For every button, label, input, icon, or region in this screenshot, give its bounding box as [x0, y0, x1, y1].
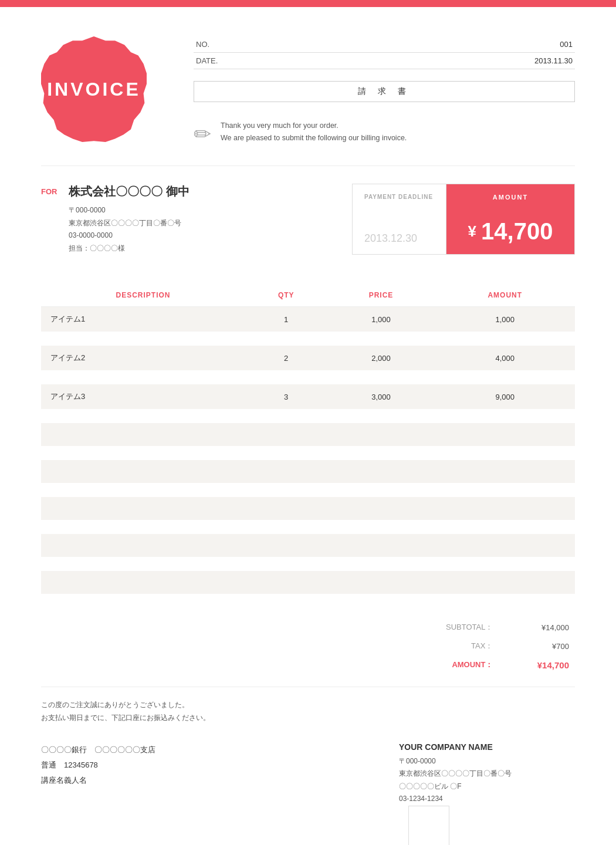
thank-you-text: Thank you very much for your order. We a…	[221, 120, 407, 145]
empty-row	[41, 534, 575, 557]
company-contact: 担当：〇〇〇〇様	[69, 242, 189, 255]
footer-note-section: この度のご注文誠にありがとうございました。 お支払い期日までに、下記口座にお振込…	[0, 687, 616, 742]
total-amount-row: AMOUNT： ¥14,700	[400, 656, 574, 674]
company-phone: 03-0000-0000	[69, 229, 189, 242]
col-price: PRICE	[327, 284, 435, 307]
footer-note-line1: この度のご注文誠にありがとうございました。	[41, 699, 575, 712]
account-type: 普通 12345678	[41, 758, 155, 773]
col-description: DESCRIPTION	[41, 284, 245, 307]
subtotal-row: SUBTOTAL： ¥14,000	[400, 618, 574, 636]
table-row: アイテム1 1 1,000 1,000	[41, 307, 575, 332]
date-value: 2013.11.30	[241, 53, 575, 69]
for-company: 株式会社〇〇〇〇 御中 〒000-0000 東京都渋谷区〇〇〇〇丁目〇番〇号 0…	[69, 184, 189, 255]
empty-desc	[41, 571, 245, 594]
seikyusho-text: 請 求 書	[358, 86, 411, 96]
footer-company-postal: 〒000-0000	[399, 755, 575, 768]
date-label: DATE.	[194, 53, 241, 69]
footer-company-building: 〇〇〇〇〇ビル 〇F	[399, 780, 575, 793]
item-description: アイテム3	[41, 384, 245, 409]
item-price: 1,000	[327, 307, 435, 332]
no-label: NO.	[194, 36, 241, 53]
badge-shape: INVOICE	[41, 36, 147, 142]
tax-row: TAX： ¥700	[400, 637, 574, 655]
table-row: アイテム3 3 3,000 9,000	[41, 384, 575, 409]
meta-table: NO. 001 DATE. 2013.11.30	[194, 36, 575, 69]
for-label: FOR	[41, 187, 57, 196]
bank-info: 〇〇〇〇銀行 〇〇〇〇〇〇支店 普通 12345678 講座名義人名	[41, 742, 155, 788]
tax-label: TAX：	[400, 637, 505, 655]
col-amount: AMOUNT	[435, 284, 575, 307]
header-section: INVOICE NO. 001 DATE. 2013.11.30 請 求 書 ✏…	[0, 7, 616, 165]
table-header-row: DESCRIPTION QTY PRICE AMOUNT	[41, 284, 575, 307]
meta-row-no: NO. 001	[194, 36, 575, 53]
amount-number: 14,700	[481, 218, 553, 245]
tax-value: ¥700	[506, 637, 574, 655]
total-amount-value: ¥14,700	[506, 656, 574, 674]
header-right: NO. 001 DATE. 2013.11.30 請 求 書 ✏ Thank y…	[194, 31, 575, 147]
item-description: アイテム1	[41, 307, 245, 332]
item-amount: 9,000	[435, 384, 575, 409]
empty-row	[41, 423, 575, 446]
col-qty: QTY	[245, 284, 327, 307]
payment-amount-box: PAYMENT DEADLINE 2013.12.30 AMOUNT ¥ 14,…	[352, 184, 575, 255]
seikyusho-box: 請 求 書	[194, 81, 575, 102]
pencil-icon: ✏	[194, 122, 211, 147]
invoice-badge: INVOICE	[41, 31, 158, 148]
company-postal: 〒000-0000	[69, 204, 189, 217]
item-amount: 4,000	[435, 346, 575, 370]
item-price: 3,000	[327, 384, 435, 409]
empty-desc	[41, 497, 245, 520]
item-description: アイテム2	[41, 346, 245, 370]
company-name: 株式会社〇〇〇〇 御中	[69, 184, 189, 200]
company-info-box: YOUR COMPANY NAME 〒000-0000 東京都渋谷区〇〇〇〇丁目…	[399, 742, 575, 845]
amount-yen-symbol: ¥	[468, 222, 476, 241]
thank-you-line2: We are pleased to submit the following o…	[221, 132, 407, 144]
item-qty: 1	[245, 307, 327, 332]
footer-company-address: 東京都渋谷区〇〇〇〇丁目〇番〇号	[399, 768, 575, 780]
thank-you-section: ✏ Thank you very much for your order. We…	[194, 120, 575, 147]
footer-company-section: 〇〇〇〇銀行 〇〇〇〇〇〇支店 普通 12345678 講座名義人名 YOUR …	[0, 742, 616, 845]
company-stamp-area	[408, 806, 449, 845]
empty-desc	[41, 423, 245, 446]
subtotal-value: ¥14,000	[506, 618, 574, 636]
table-row: アイテム2 2 2,000 4,000	[41, 346, 575, 370]
empty-desc	[41, 460, 245, 483]
billing-section: FOR 株式会社〇〇〇〇 御中 〒000-0000 東京都渋谷区〇〇〇〇丁目〇番…	[0, 166, 616, 272]
totals-table: SUBTOTAL： ¥14,000 TAX： ¥700 AMOUNT： ¥14,…	[399, 617, 575, 675]
badge-text: INVOICE	[47, 79, 141, 100]
no-value: 001	[241, 36, 575, 53]
company-address: 東京都渋谷区〇〇〇〇丁目〇番〇号	[69, 217, 189, 230]
empty-row	[41, 497, 575, 520]
subtotal-label: SUBTOTAL：	[400, 618, 505, 636]
item-qty: 3	[245, 384, 327, 409]
item-amount: 1,000	[435, 307, 575, 332]
payment-deadline-label: PAYMENT DEADLINE	[364, 194, 434, 200]
footer-note-text: この度のご注文誠にありがとうございました。 お支払い期日までに、下記口座にお振込…	[41, 699, 575, 724]
item-price: 2,000	[327, 346, 435, 370]
for-section: FOR 株式会社〇〇〇〇 御中 〒000-0000 東京都渋谷区〇〇〇〇丁目〇番…	[41, 184, 352, 255]
items-table: DESCRIPTION QTY PRICE AMOUNT アイテム1 1 1,0…	[41, 284, 575, 594]
amount-box: AMOUNT ¥ 14,700	[446, 184, 574, 254]
thank-you-line1: Thank you very much for your order.	[221, 120, 407, 132]
footer-company-phone: 03-1234-1234	[399, 793, 575, 806]
amount-value: ¥ 14,700	[461, 218, 560, 245]
footer-note-line2: お支払い期日までに、下記口座にお振込みください。	[41, 712, 575, 725]
meta-row-date: DATE. 2013.11.30	[194, 53, 575, 69]
company-details: 〒000-0000 東京都渋谷区〇〇〇〇丁目〇番〇号 03-0000-0000 …	[69, 204, 189, 255]
total-amount-label: AMOUNT：	[400, 656, 505, 674]
top-bar	[0, 0, 616, 7]
amount-label: AMOUNT	[461, 194, 560, 201]
empty-row	[41, 460, 575, 483]
items-section: DESCRIPTION QTY PRICE AMOUNT アイテム1 1 1,0…	[0, 272, 616, 606]
empty-desc	[41, 534, 245, 557]
empty-row	[41, 571, 575, 594]
bank-name: 〇〇〇〇銀行 〇〇〇〇〇〇支店	[41, 742, 155, 758]
item-qty: 2	[245, 346, 327, 370]
company-info-details: 〒000-0000 東京都渋谷区〇〇〇〇丁目〇番〇号 〇〇〇〇〇ビル 〇F 03…	[399, 755, 575, 806]
account-holder: 講座名義人名	[41, 773, 155, 788]
company-info-name: YOUR COMPANY NAME	[399, 742, 575, 752]
totals-section: SUBTOTAL： ¥14,000 TAX： ¥700 AMOUNT： ¥14,…	[0, 606, 616, 687]
payment-deadline-date: 2013.12.30	[364, 232, 434, 245]
payment-deadline-box: PAYMENT DEADLINE 2013.12.30	[353, 184, 446, 254]
